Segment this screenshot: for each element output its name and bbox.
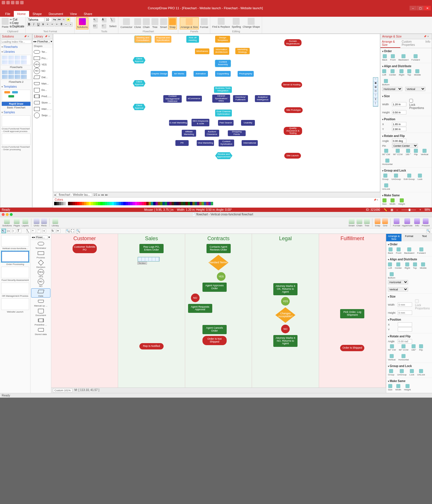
- node-yes-1[interactable]: YES: [217, 272, 226, 281]
- mshape-stored[interactable]: Stored data: [31, 327, 50, 336]
- tab-share[interactable]: Share: [80, 11, 96, 17]
- chain-button[interactable]: Chain: [142, 18, 150, 29]
- color-swatch[interactable]: [158, 202, 160, 205]
- arrange-size-button[interactable]: Arrange & Size: [180, 17, 199, 29]
- lib-flowcharts2-thumb[interactable]: [1, 69, 31, 80]
- color-swatch[interactable]: [149, 202, 151, 205]
- same-size-button[interactable]: Size: [382, 198, 387, 205]
- color-swatch[interactable]: [165, 202, 167, 205]
- select-arrow-button[interactable]: ↖: [92, 17, 100, 23]
- color-swatch[interactable]: [98, 202, 100, 205]
- solutions-button[interactable]: Solutions: [76, 17, 88, 29]
- underline-button[interactable]: U: [36, 22, 40, 27]
- node-launch[interactable]: Site Launch: [284, 153, 301, 159]
- my-input[interactable]: [398, 327, 412, 332]
- msame-width[interactable]: Width: [395, 384, 401, 391]
- cat-templates[interactable]: Templates: [1, 84, 31, 89]
- color-swatch[interactable]: [63, 202, 66, 205]
- strike-button[interactable]: S̶: [41, 22, 45, 27]
- qat-save-icon[interactable]: [11, 1, 14, 4]
- font-size-input[interactable]: [45, 17, 52, 22]
- format-button[interactable]: Format: [199, 18, 209, 29]
- unlock-button[interactable]: UnLock: [382, 183, 390, 190]
- color-swatch[interactable]: [89, 202, 91, 205]
- shape-predefined[interactable]: Pred... eff...: [33, 93, 52, 99]
- snap-tool-icon[interactable]: ▦: [374, 82, 378, 86]
- color-swatch[interactable]: [100, 202, 103, 205]
- x-input[interactable]: [392, 122, 406, 126]
- prop-tab-arrange[interactable]: Arrange & Size: [380, 39, 400, 48]
- panel-close-icon[interactable]: ✕: [27, 35, 30, 38]
- mac-lib-prev-icon[interactable]: ◂: [32, 236, 33, 239]
- clone-button[interactable]: Clone: [134, 18, 142, 29]
- color-swatch[interactable]: [105, 202, 107, 205]
- node-design[interactable]: Design Templates: [215, 36, 230, 43]
- order-back-button[interactable]: Back: [382, 54, 387, 61]
- swimlanes-canvas[interactable]: Decision Customer Customer Submits PO Sa…: [51, 234, 386, 388]
- connector-button[interactable]: Connector: [120, 18, 133, 29]
- tool-line[interactable]: ╲: [26, 229, 31, 233]
- tool-curve[interactable]: ~: [32, 229, 36, 233]
- msec-pos[interactable]: Position: [388, 317, 430, 322]
- node-proposal[interactable]: Proposal and Specification: [155, 36, 171, 43]
- node-photography[interactable]: Photography: [238, 71, 254, 77]
- align-right-btn[interactable]: Right: [399, 69, 404, 76]
- mrot-180[interactable]: 180°: [411, 344, 416, 351]
- lib-prev-icon[interactable]: ◂: [33, 40, 35, 43]
- mrot-ccw[interactable]: 90° CCW: [399, 344, 408, 351]
- malign-top[interactable]: Top: [413, 262, 417, 269]
- shape-internal[interactable]: Inter... nal ...: [33, 106, 52, 112]
- msec-rot[interactable]: Rotate and Flip: [388, 334, 430, 338]
- mdist-h-select[interactable]: Horizontal: [388, 280, 408, 284]
- bullets-button-2[interactable]: •: [69, 22, 73, 27]
- sec-same[interactable]: Make Same: [382, 193, 430, 198]
- align-middle-button[interactable]: Middle: [414, 69, 421, 76]
- order-backward-button[interactable]: Backward: [398, 54, 408, 61]
- node-requests[interactable]: Agent Requests Approval: [188, 304, 212, 313]
- status-grid-icon[interactable]: ▦: [391, 208, 393, 211]
- color-swatch[interactable]: [84, 202, 86, 205]
- node-email[interactable]: E-mail Marketing: [169, 120, 187, 126]
- color-swatch[interactable]: [206, 202, 209, 205]
- mshape-document[interactable]: Document: [31, 308, 50, 317]
- tab-view[interactable]: View: [67, 11, 80, 17]
- cat-samples[interactable]: Samples: [1, 110, 31, 115]
- node-markno[interactable]: Attorney Marks It NO, Returns to Agent: [273, 335, 298, 347]
- node-goal[interactable]: Goal Channel Optimization: [215, 110, 232, 116]
- color-swatch[interactable]: [123, 202, 126, 205]
- font-color-button[interactable]: A: [62, 18, 66, 22]
- tool-crop[interactable]: ✂: [56, 229, 60, 233]
- color-swatch[interactable]: [121, 202, 123, 205]
- text-tool-button[interactable]: A: [100, 17, 108, 23]
- props-pin-icon[interactable]: 📌: [424, 35, 427, 38]
- lock-prop-checkbox[interactable]: [409, 99, 413, 103]
- qat-open-icon[interactable]: [6, 1, 10, 4]
- color-swatch[interactable]: [195, 202, 197, 205]
- node-contacts[interactable]: Contacts Agent Reviews Order: [206, 244, 231, 253]
- tool-pointer[interactable]: ↖: [2, 229, 6, 233]
- node-copywriting[interactable]: Copywriting: [215, 71, 231, 77]
- malign-left[interactable]: Left: [388, 262, 392, 269]
- color-swatch[interactable]: [135, 202, 137, 205]
- mac-close-button[interactable]: [2, 213, 5, 216]
- shape-process[interactable]: Pro...: [33, 55, 52, 61]
- sample-order-thumb[interactable]: [2, 133, 31, 145]
- editgroup-button[interactable]: Edit Group: [404, 174, 415, 180]
- color-swatch[interactable]: [160, 202, 162, 205]
- qat-undo-icon[interactable]: [16, 1, 19, 4]
- snap-edge-icon[interactable]: ↔: [374, 78, 378, 82]
- rect-tool-button[interactable]: ▭: [91, 23, 99, 29]
- zoom-slider[interactable]: [401, 210, 416, 210]
- rotate-cw-button[interactable]: 90° CW: [382, 149, 390, 156]
- mptab-text[interactable]: Text: [417, 234, 432, 241]
- node-graphic[interactable]: Graphic Design: [151, 71, 168, 77]
- bold-button[interactable]: B: [27, 22, 31, 27]
- mac-sol-th-2[interactable]: [1, 267, 29, 278]
- tool-text[interactable]: T: [17, 229, 21, 233]
- lib-dropdown-icon[interactable]: ▾: [51, 40, 52, 43]
- color-swatch[interactable]: [70, 202, 73, 205]
- align-left-button[interactable]: Left: [382, 69, 386, 76]
- mflip-v[interactable]: Vertical: [388, 354, 395, 361]
- color-swatch[interactable]: [109, 202, 112, 205]
- color-swatch[interactable]: [56, 202, 59, 205]
